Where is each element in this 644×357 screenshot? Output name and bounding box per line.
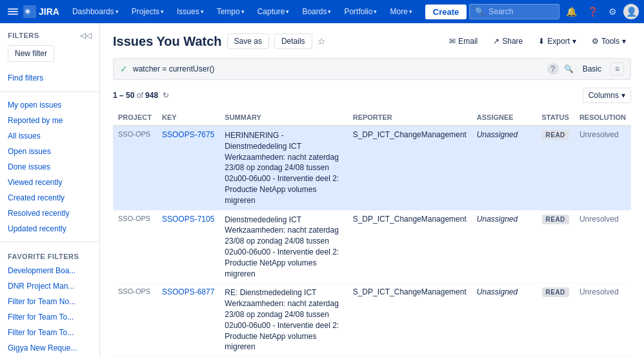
create-button[interactable]: Create — [425, 5, 467, 19]
export-button[interactable]: ⬇ Export ▾ — [533, 34, 581, 48]
search-icon: 🔍 — [475, 7, 485, 16]
share-icon: ↗ — [493, 37, 499, 46]
chevron-down-icon: ▾ — [374, 8, 377, 15]
sidebar-item-viewed-recently[interactable]: Viewed recently — [0, 175, 99, 190]
collapse-sidebar-icon[interactable]: ◁◁ — [80, 31, 92, 40]
nav-boards[interactable]: Boards ▾ — [297, 0, 336, 23]
jira-logo-text: JIRA — [39, 6, 59, 17]
sidebar-fav-filter-team-to-1[interactable]: Filter for Team To... — [0, 309, 99, 325]
sidebar-fav-filter-team-to-2[interactable]: Filter for Team To... — [0, 325, 99, 340]
col-resolution[interactable]: Resolution — [574, 110, 631, 126]
sidebar-divider — [0, 92, 99, 92]
sidebar: FILTERS ◁◁ New filter Find filters My op… — [0, 23, 100, 357]
sidebar-item-resolved-recently[interactable]: Resolved recently — [0, 206, 99, 221]
filter-status-icon: ✓ — [120, 64, 128, 74]
user-avatar[interactable]: 👤 — [623, 4, 639, 19]
table-row[interactable]: SSO-OPS SSOOPS-7105 Dienstmededeling ICT… — [113, 210, 631, 284]
chevron-down-icon: ▾ — [572, 37, 576, 46]
star-icon[interactable]: ☆ — [317, 36, 326, 46]
filter-options-button[interactable]: ≡ — [610, 63, 624, 75]
page-title: Issues You Watch — [113, 34, 222, 49]
hamburger-menu[interactable] — [5, 6, 21, 17]
sidebar-item-done-issues[interactable]: Done issues — [0, 159, 99, 175]
col-assignee[interactable]: Assignee — [472, 110, 537, 126]
col-reporter[interactable]: Reporter — [348, 110, 472, 126]
top-navigation: ✳ JIRA Dashboards ▾ Projects ▾ Issues ▾ … — [0, 0, 644, 23]
col-status[interactable]: Status — [537, 110, 574, 126]
nav-portfolio[interactable]: Portfolio ▾ — [339, 0, 382, 23]
filter-help-icon[interactable]: ? — [547, 63, 559, 75]
details-button[interactable]: Details — [274, 34, 312, 49]
cell-status: READ — [537, 210, 574, 284]
chevron-down-icon: ▾ — [241, 8, 245, 15]
sidebar-item-updated-recently[interactable]: Updated recently — [0, 221, 99, 236]
cell-project: SSO-OPS — [113, 210, 157, 284]
col-project[interactable]: Project — [113, 110, 157, 126]
cell-summary: Dienstmededeling ICT Werkzaamheden: nach… — [219, 210, 347, 284]
refresh-icon[interactable]: ↻ — [163, 91, 169, 100]
sidebar-title: FILTERS — [8, 32, 39, 39]
sidebar-fav-filter-team-no[interactable]: Filter for Team No... — [0, 294, 99, 309]
cell-project: SSO-OPS — [113, 284, 157, 357]
sidebar-fav-development-boa[interactable]: Development Boa... — [0, 263, 99, 278]
table-header: Project Key Summary Reporter Assignee St… — [113, 110, 631, 126]
cell-key[interactable]: SSOOPS-6877 — [157, 284, 219, 357]
sidebar-item-created-recently[interactable]: Created recently — [0, 190, 99, 206]
settings-icon[interactable]: ⚙ — [605, 0, 621, 23]
columns-button[interactable]: Columns ▾ — [583, 88, 631, 103]
basic-view-button[interactable]: Basic — [579, 63, 605, 75]
cell-reporter: S_DP_ICT_ChangeManagement — [348, 126, 472, 210]
table-row[interactable]: SSO-OPS SSOOPS-7675 HERINNERING - Dienst… — [113, 126, 631, 210]
favorite-filters-title: FAVORITE FILTERS — [0, 247, 99, 263]
nav-projects[interactable]: Projects ▾ — [126, 0, 169, 23]
cell-summary: HERINNERING - Dienstmededeling ICT Werkz… — [219, 126, 347, 210]
filter-query-text[interactable]: watcher = currentUser() — [133, 64, 542, 73]
chevron-down-icon: ▾ — [328, 8, 331, 15]
chevron-down-icon: ▾ — [286, 8, 289, 15]
filter-search-icon[interactable]: 🔍 — [564, 64, 574, 73]
sidebar-item-my-open-issues[interactable]: My open issues — [0, 97, 99, 113]
email-button[interactable]: ✉ Email — [444, 34, 483, 48]
nav-issues[interactable]: Issues ▾ — [172, 0, 209, 23]
nav-dashboards[interactable]: Dashboards ▾ — [67, 0, 124, 23]
logo: ✳ JIRA — [23, 5, 59, 18]
chevron-down-icon: ▾ — [201, 8, 204, 15]
col-key[interactable]: Key — [157, 110, 219, 126]
sidebar-item-reported-by-me[interactable]: Reported by me — [0, 113, 99, 128]
new-filter-button[interactable]: New filter — [8, 45, 54, 62]
sidebar-item-all-issues[interactable]: All issues — [0, 128, 99, 144]
sidebar-item-open-issues[interactable]: Open issues — [0, 144, 99, 159]
cell-reporter: S_DP_ICT_ChangeManagement — [348, 284, 472, 357]
sidebar-fav-gigya-new-reque[interactable]: Gigya New Reque... — [0, 340, 99, 356]
chevron-down-icon: ▾ — [409, 8, 412, 15]
results-range: 1 – 50 — [113, 91, 134, 100]
results-count: 1 – 50 of 948 ↻ — [113, 91, 169, 100]
col-summary[interactable]: Summary — [219, 110, 347, 126]
nav-more[interactable]: More ▾ — [385, 0, 417, 23]
issues-table-body: SSO-OPS SSOOPS-7675 HERINNERING - Dienst… — [113, 126, 631, 357]
find-filters-link[interactable]: Find filters — [0, 70, 99, 86]
main-layout: FILTERS ◁◁ New filter Find filters My op… — [0, 23, 644, 357]
cell-status: READ — [537, 126, 574, 210]
cell-key[interactable]: SSOOPS-7675 — [157, 126, 219, 210]
sidebar-header: FILTERS ◁◁ — [0, 31, 99, 45]
help-icon[interactable]: ❓ — [583, 0, 602, 23]
sidebar-fav-dnr-project-man[interactable]: DNR Project Man... — [0, 278, 99, 294]
save-as-button[interactable]: Save as — [227, 34, 269, 49]
sidebar-divider-2 — [0, 242, 99, 242]
share-button[interactable]: ↗ Share — [488, 34, 528, 48]
table-row[interactable]: SSO-OPS SSOOPS-6877 RE: Dienstmededeling… — [113, 284, 631, 357]
cell-resolution: Unresolved — [574, 284, 631, 357]
header-actions: ✉ Email ↗ Share ⬇ Export ▾ ⚙ Tools ▾ — [444, 34, 631, 48]
export-icon: ⬇ — [538, 37, 545, 46]
notifications-icon[interactable]: 🔔 — [562, 0, 581, 23]
nav-capture[interactable]: Capture ▾ — [252, 0, 295, 23]
search-box[interactable]: 🔍 Search — [469, 4, 559, 19]
cell-key[interactable]: SSOOPS-7105 — [157, 210, 219, 284]
nav-tempo[interactable]: Tempo ▾ — [212, 0, 250, 23]
cell-resolution: Unresolved — [574, 210, 631, 284]
tools-button[interactable]: ⚙ Tools ▾ — [587, 34, 631, 48]
filter-bar: ✓ watcher = currentUser() ? 🔍 Basic ≡ — [113, 58, 631, 80]
email-icon: ✉ — [449, 37, 456, 46]
chevron-down-icon: ▾ — [622, 37, 626, 46]
